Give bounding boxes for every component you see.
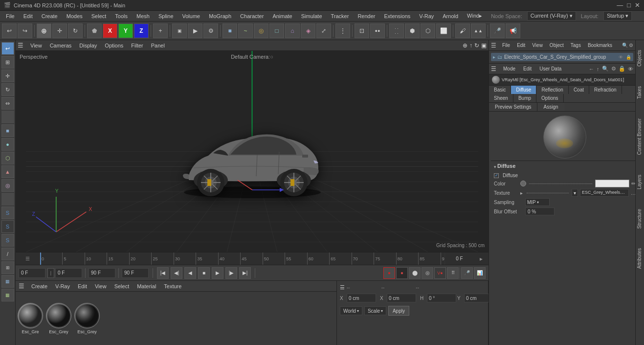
tab-sheen[interactable]: Sheen <box>489 94 513 102</box>
mograph-tool[interactable]: ◈ <box>301 23 315 38</box>
uv-tool[interactable]: ⬜ <box>436 23 451 38</box>
tool-3[interactable]: ⬟ <box>87 23 102 38</box>
obj-menu-bookmarks[interactable]: Bookmarks <box>585 42 615 49</box>
left-tool-fill2[interactable]: ▦ <box>1 289 14 301</box>
blur-value-field[interactable]: 0 % <box>525 207 555 215</box>
mat-menu-view[interactable]: View <box>92 282 110 290</box>
motion-wave-button[interactable]: 📊 <box>474 267 486 279</box>
nav-back-icon[interactable]: ← <box>589 66 594 72</box>
tool-mirror[interactable]: ⤢ <box>316 23 331 38</box>
left-tool-scale[interactable]: ⇔ <box>1 97 14 110</box>
viewport-3d[interactable]: X Y Z <box>16 51 489 252</box>
axis-y[interactable]: Y <box>118 23 133 38</box>
side-tab-layers[interactable]: Layers <box>636 165 644 199</box>
obj-search-icon[interactable]: 🔍 <box>622 43 628 48</box>
menu-file[interactable]: File <box>2 12 19 20</box>
texture-value-field[interactable]: ESC_Grey_Wheels_and_Seat <box>580 189 629 197</box>
tab-coat[interactable]: Coat <box>569 86 589 94</box>
diffuse-collapse-icon[interactable]: ▾ <box>494 164 496 169</box>
vp-icon-4[interactable]: ▣ <box>481 42 487 49</box>
vertex-tool[interactable]: ∙ ∙∙ ∙ <box>389 23 404 38</box>
timeline-dots-button[interactable]: ⠿ <box>447 267 459 279</box>
diffuse-enable-checkbox[interactable] <box>494 173 499 178</box>
curve-tool[interactable]: ~ <box>238 23 253 38</box>
tab-refraction[interactable]: Refraction <box>589 86 622 94</box>
left-tool-cone[interactable]: ▲ <box>1 165 14 178</box>
poly-tool[interactable]: ⬡ <box>421 23 435 38</box>
left-tool-s2[interactable]: S <box>1 220 14 233</box>
obj-menu-file[interactable]: File <box>499 42 513 49</box>
play-button[interactable]: ▶ <box>212 267 223 279</box>
key-all-button[interactable]: ⬤ <box>409 267 421 279</box>
skip-to-end-button[interactable]: ▶| <box>239 267 251 279</box>
color-radio[interactable] <box>520 181 526 186</box>
left-tool-sphere[interactable]: ● <box>1 138 14 151</box>
mat-menu-select[interactable]: Select <box>111 282 133 290</box>
timeline-scroll-right[interactable]: ▸ <box>474 253 489 265</box>
vray-record-button[interactable]: V● <box>434 267 446 279</box>
menu-animate[interactable]: Animate <box>268 12 296 20</box>
start-frame-field[interactable]: 0 F <box>19 268 45 278</box>
mode-hamburger-icon[interactable]: ☰ <box>491 66 496 72</box>
left-tool-rotate[interactable]: ↻ <box>1 83 14 96</box>
minimize-button[interactable]: — <box>617 1 623 9</box>
render-region[interactable]: ▣ <box>172 23 187 38</box>
mat-menu-edit[interactable]: Edit <box>75 282 90 290</box>
axis-z[interactable]: Z <box>134 23 149 38</box>
deform-tool[interactable]: ⌂ <box>285 23 300 38</box>
rotate-tool[interactable]: ↻ <box>68 23 83 38</box>
obj-filter-icon[interactable]: ⚙ <box>629 43 633 48</box>
tab-diffuse[interactable]: Diffuse <box>511 86 536 94</box>
current-frame-field[interactable]: 0 F <box>55 268 82 278</box>
vp-menu-options[interactable]: Options <box>102 42 126 49</box>
left-tool-torus[interactable]: ◎ <box>1 179 14 192</box>
side-tab-content-browser[interactable]: Content Browser <box>636 109 644 164</box>
vp-icon-1[interactable]: ⊕ <box>463 42 467 49</box>
obj-lock-icon[interactable]: 🔒 <box>626 55 631 60</box>
menu-wind[interactable]: Wind▸ <box>463 12 486 20</box>
vp-icon-3[interactable]: ↻ <box>474 42 479 49</box>
apply-button[interactable]: Apply <box>388 306 409 316</box>
nav-search-icon[interactable]: 🔍 <box>602 66 609 72</box>
coord-y-pos[interactable]: 0 cm <box>464 294 489 302</box>
left-tool-s1[interactable]: S <box>1 207 14 219</box>
left-tool-cylinder[interactable]: ⬡ <box>1 152 14 164</box>
menu-create[interactable]: Create <box>38 12 62 20</box>
timeline-ruler[interactable]: 0 5 10 15 20 25 30 35 40 45 50 55 60 65 <box>40 253 444 265</box>
floor-tool[interactable]: ⊡ <box>355 23 369 38</box>
object-entry-car[interactable]: ▸ 🗂 Electric_Sports_Car_S_Grey_Simplifie… <box>491 53 633 61</box>
texture-dropdown[interactable]: ▾ <box>572 189 578 197</box>
skip-to-start-button[interactable]: |◀ <box>157 267 169 279</box>
motion-path-button[interactable]: 🎤 <box>461 267 473 279</box>
vp-menu-display[interactable]: Display <box>76 42 100 49</box>
next-frame-button[interactable]: |▶ <box>225 267 237 279</box>
menu-tracker[interactable]: Tracker <box>327 12 353 20</box>
mat-menu-material[interactable]: Material <box>134 282 159 290</box>
coord-x-scale[interactable]: 0 cm <box>387 294 416 302</box>
close-button[interactable]: ✕ <box>635 1 640 9</box>
mat-menu-vray[interactable]: V-Ray <box>52 282 73 290</box>
menu-vray[interactable]: V-Ray <box>415 12 438 20</box>
light-tool[interactable]: ◎ <box>254 23 268 38</box>
world-dropdown[interactable]: World▾ <box>340 306 362 315</box>
end-frame-field2[interactable]: 90 F <box>122 268 149 278</box>
paint-tool[interactable]: 🖌 <box>455 23 470 38</box>
left-tool-cube[interactable]: ■ <box>1 124 14 137</box>
menu-character[interactable]: Character <box>236 12 267 20</box>
material-item-3[interactable]: Esc_Grey <box>74 303 100 334</box>
left-tool-select-rect[interactable]: ⊞ <box>1 56 14 69</box>
side-tab-structure[interactable]: Structure <box>636 199 644 239</box>
vp-menu-view[interactable]: View <box>27 42 45 49</box>
side-tab-takes[interactable]: Takes <box>636 76 644 109</box>
side-tab-objects[interactable]: Objects <box>636 40 644 76</box>
speaker-tool[interactable]: 📢 <box>506 23 520 38</box>
menu-layout-select[interactable]: Startup ▾ <box>603 11 632 21</box>
obj-eye-icon[interactable]: 👁 <box>619 55 623 60</box>
coord-h-rot[interactable]: 0 ° <box>427 294 456 302</box>
menu-arnold[interactable]: Arnold <box>439 12 462 20</box>
coord-x-pos[interactable]: 0 cm <box>347 294 376 302</box>
sculpt-tool[interactable]: ▲▲ <box>471 23 486 38</box>
menu-render[interactable]: Render <box>354 12 379 20</box>
left-tool-diag[interactable]: / <box>1 248 14 260</box>
obj-hamburger-icon[interactable]: ☰ <box>491 42 496 49</box>
